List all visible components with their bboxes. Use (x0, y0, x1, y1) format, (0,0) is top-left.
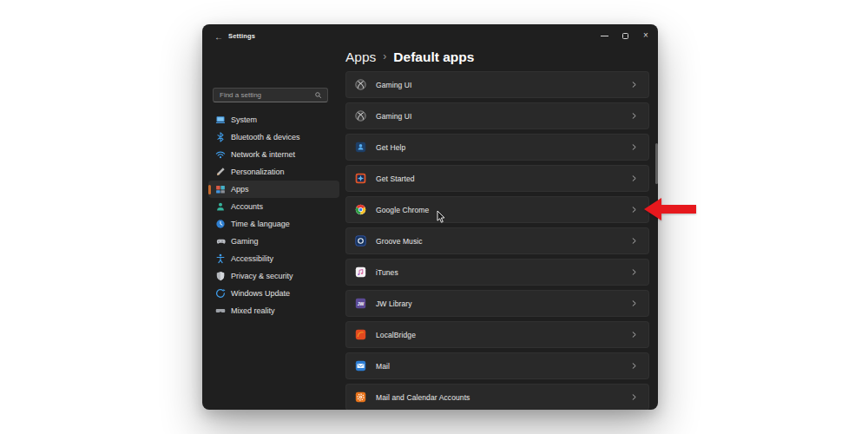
chevron-right-icon (630, 112, 638, 120)
sidebar-item-label: Bluetooth & devices (231, 133, 300, 141)
app-row-gaming-ui[interactable]: Gaming UI (345, 102, 649, 129)
chevron-right-icon (630, 143, 638, 151)
mail-calendar-icon (355, 391, 366, 403)
selection-indicator (208, 185, 211, 194)
sidebar-item-bluetooth-devices[interactable]: Bluetooth & devices (208, 128, 339, 146)
xbox-icon (355, 79, 366, 90)
chevron-right-icon (630, 268, 638, 276)
app-row-mail[interactable]: Mail (345, 352, 649, 379)
xbox-icon (355, 110, 366, 122)
time-language-icon (215, 219, 226, 229)
groove-icon (355, 235, 366, 247)
page-title: Default apps (393, 49, 474, 65)
app-name: LocalBridge (376, 331, 416, 339)
bluetooth-icon (215, 132, 226, 142)
get-help-icon (355, 141, 366, 153)
system-icon (215, 115, 226, 125)
sidebar-item-system[interactable]: System (208, 111, 339, 128)
app-name: iTunes (376, 268, 398, 277)
apps-icon (215, 184, 226, 194)
sidebar-item-label: Network & internet (231, 150, 295, 159)
chevron-right-icon (630, 206, 638, 214)
app-name: Mail (376, 362, 390, 371)
privacy-icon (215, 271, 226, 281)
app-row-google-chrome[interactable]: Google Chrome (345, 196, 649, 223)
breadcrumb-parent[interactable]: Apps (345, 49, 376, 65)
sidebar-item-windows-update[interactable]: Windows Update (208, 285, 339, 302)
chevron-right-icon (630, 237, 638, 245)
personalization-icon (215, 167, 226, 177)
minimize-button[interactable] (594, 27, 615, 44)
sidebar-item-time-language[interactable]: Time & language (208, 215, 339, 233)
maximize-icon (622, 33, 628, 39)
search-icon (314, 91, 322, 99)
sidebar-item-privacy-security[interactable]: Privacy & security (208, 267, 339, 285)
app-name: Mail and Calendar Accounts (376, 393, 470, 402)
app-row-localbridge[interactable]: LocalBridge (345, 321, 649, 348)
chevron-right-icon (630, 299, 638, 307)
settings-window: ← Settings × Find a setting SystemBlueto… (202, 24, 658, 410)
accounts-icon (215, 201, 226, 212)
back-button[interactable]: ← (212, 30, 226, 43)
sidebar-item-gaming[interactable]: Gaming (208, 233, 339, 250)
mouse-cursor (437, 210, 447, 225)
search-placeholder: Find a setting (214, 91, 314, 99)
close-button[interactable]: × (635, 27, 656, 44)
breadcrumb: Apps › Default apps (345, 49, 474, 65)
annotation-arrow (643, 195, 697, 223)
app-name: Google Chrome (376, 206, 429, 214)
caption-controls: × (594, 27, 656, 44)
chevron-right-icon (630, 81, 638, 89)
windows-update-icon (215, 288, 226, 299)
app-name: Get Started (376, 174, 415, 183)
sidebar-item-accessibility[interactable]: Accessibility (208, 250, 339, 267)
window-title: Settings (228, 32, 255, 40)
breadcrumb-separator-icon: › (383, 50, 386, 62)
chrome-icon (355, 204, 366, 215)
sidebar-item-label: Gaming (231, 237, 259, 246)
app-row-itunes[interactable]: iTunes (345, 259, 649, 286)
sidebar-item-mixed-reality[interactable]: Mixed reality (208, 302, 339, 319)
jw-library-icon: JW (355, 298, 366, 309)
app-name: Get Help (376, 143, 405, 152)
search-input[interactable]: Find a setting (213, 88, 328, 102)
sidebar-item-label: Apps (231, 185, 249, 194)
chevron-right-icon (630, 393, 638, 401)
get-started-icon (355, 173, 366, 184)
app-row-gaming-ui[interactable]: Gaming UI (345, 71, 649, 98)
close-icon: × (643, 31, 648, 40)
app-row-get-started[interactable]: Get Started (345, 165, 649, 192)
app-name: Groove Music (376, 237, 423, 246)
app-name: Gaming UI (376, 112, 412, 121)
sidebar-item-network-internet[interactable]: Network & internet (208, 146, 339, 163)
app-row-mail-and-calendar-accounts[interactable]: Mail and Calendar Accounts (345, 384, 649, 410)
localbridge-icon (355, 329, 366, 340)
svg-text:JW: JW (358, 301, 365, 306)
mail-icon (355, 360, 366, 372)
sidebar-item-label: Accessibility (231, 254, 273, 263)
chevron-right-icon (630, 362, 638, 370)
sidebar-item-label: Privacy & security (231, 272, 293, 280)
sidebar-item-label: Accounts (231, 202, 263, 211)
scrollbar-thumb[interactable] (655, 143, 658, 184)
mixed-reality-icon (215, 306, 226, 316)
app-row-get-help[interactable]: Get Help (345, 134, 649, 161)
chevron-right-icon (630, 174, 638, 182)
sidebar-item-personalization[interactable]: Personalization (208, 163, 339, 181)
app-name: JW Library (376, 299, 412, 308)
app-row-jw-library[interactable]: JWJW Library (345, 290, 649, 317)
sidebar-item-label: Personalization (231, 168, 285, 176)
sidebar-item-label: Time & language (231, 220, 290, 228)
network-icon (215, 149, 226, 160)
sidebar-item-label: System (231, 115, 257, 124)
accessibility-icon (215, 253, 226, 264)
sidebar-item-label: Windows Update (231, 289, 290, 298)
maximize-button[interactable] (615, 27, 635, 44)
minimize-icon (601, 36, 608, 36)
app-row-groove-music[interactable]: Groove Music (345, 227, 649, 254)
sidebar-item-accounts[interactable]: Accounts (208, 198, 339, 215)
sidebar-item-label: Mixed reality (231, 306, 275, 315)
itunes-icon (355, 266, 366, 278)
sidebar-item-apps[interactable]: Apps (208, 181, 339, 198)
chevron-right-icon (630, 331, 638, 339)
